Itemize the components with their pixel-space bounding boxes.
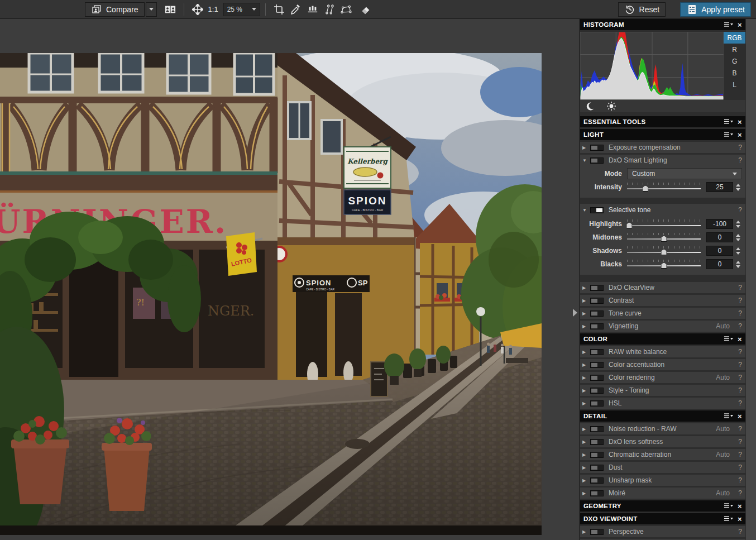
tool-row-dxo-smart-lighting[interactable]: ▼ DxO Smart Lighting ? (580, 155, 745, 166)
blacks-value[interactable]: 0 (706, 259, 733, 269)
tool-row-exposure-compensation[interactable]: ▶Exposure compensation? (580, 142, 745, 153)
histogram-header[interactable]: HISTOGRAM × (580, 19, 745, 30)
expand-arrow-icon[interactable]: ▶ (582, 285, 590, 290)
help-icon[interactable]: ? (736, 374, 742, 381)
value-spinner[interactable] (734, 221, 742, 228)
help-icon[interactable]: ? (736, 284, 742, 291)
tool-enable-toggle[interactable] (590, 465, 604, 471)
tool-row-selective-tone[interactable]: ▼ Selective tone ? (580, 204, 745, 216)
eraser-icon[interactable] (360, 4, 371, 15)
help-icon[interactable]: ? (736, 322, 742, 330)
palette-menu-icon[interactable] (724, 131, 733, 138)
expand-arrow-icon[interactable]: ▶ (582, 529, 590, 534)
compare-dropdown-button[interactable] (146, 2, 157, 17)
intensity-value[interactable]: 25 (706, 182, 733, 192)
tool-enable-toggle[interactable] (590, 452, 604, 458)
reset-button[interactable]: Reset (618, 2, 666, 17)
smart-lighting-mode-select[interactable]: Custom (627, 168, 742, 179)
light-section-header[interactable]: LIGHT × (580, 129, 745, 140)
tool-enable-toggle[interactable] (590, 157, 604, 164)
crop-icon[interactable] (274, 4, 285, 15)
pan-icon[interactable] (192, 4, 203, 15)
tool-row-contrast[interactable]: ▶Contrast? (580, 295, 745, 306)
shadows-slider[interactable] (627, 246, 701, 256)
expand-arrow-icon[interactable]: ▶ (582, 362, 590, 367)
help-icon[interactable]: ? (736, 348, 742, 356)
apply-preset-button[interactable]: Apply preset (680, 2, 751, 17)
tool-row-color-rendering[interactable]: ▶Color renderingAuto? (580, 372, 745, 383)
eyedropper-icon[interactable] (290, 4, 302, 15)
tool-enable-toggle[interactable] (590, 362, 604, 368)
tool-row-color-accentuation[interactable]: ▶Color accentuation? (580, 359, 745, 370)
palette-menu-icon[interactable] (724, 118, 733, 125)
blacks-slider[interactable] (627, 259, 701, 269)
help-icon[interactable]: ? (736, 156, 742, 164)
tool-enable-toggle[interactable] (590, 323, 604, 329)
help-icon[interactable]: ? (736, 144, 742, 151)
help-icon[interactable]: ? (736, 425, 742, 433)
expand-arrow-icon[interactable]: ▶ (582, 311, 590, 316)
expand-arrow-icon[interactable]: ▶ (582, 465, 590, 470)
palette-menu-icon[interactable] (724, 503, 733, 509)
tool-row-unsharp-mask[interactable]: ▶Unsharp mask? (580, 475, 745, 486)
value-spinner[interactable] (734, 234, 742, 241)
slider-handle[interactable] (626, 222, 632, 228)
help-icon[interactable]: ? (736, 206, 742, 214)
tool-row-moir[interactable]: ▶MoiréAuto? (580, 488, 745, 499)
close-icon[interactable]: × (738, 515, 742, 523)
help-icon[interactable]: ? (736, 528, 742, 536)
intensity-slider[interactable] (627, 182, 701, 192)
tool-enable-toggle[interactable] (590, 285, 604, 291)
color-section-header[interactable]: COLOR × (580, 333, 745, 345)
compare-button[interactable]: Compare (85, 2, 145, 17)
collapse-arrow-icon[interactable]: ▼ (582, 208, 590, 213)
sun-icon[interactable] (606, 101, 617, 112)
value-spinner[interactable] (734, 184, 742, 191)
zoom-1-1-button[interactable]: 1:1 (208, 5, 218, 13)
close-icon[interactable]: × (738, 131, 742, 138)
tool-enable-toggle[interactable] (590, 400, 604, 407)
tool-row-perspective[interactable]: ▶Perspective? (580, 526, 745, 537)
expand-arrow-icon[interactable]: ▶ (582, 388, 590, 393)
tool-row-raw-white-balance[interactable]: ▶RAW white balance? (580, 346, 745, 357)
slider-handle[interactable] (643, 185, 649, 192)
help-icon[interactable]: ? (736, 386, 742, 394)
side-by-side-icon[interactable] (165, 4, 176, 15)
tool-row-dust[interactable]: ▶Dust? (580, 462, 745, 473)
value-spinner[interactable] (734, 261, 742, 268)
expand-arrow-icon[interactable]: ▶ (582, 324, 590, 329)
viewpoint-section-header[interactable]: DXO VIEWPOINT × (580, 513, 745, 524)
tool-enable-toggle[interactable] (590, 349, 604, 355)
highlights-value[interactable]: -100 (706, 219, 733, 229)
tool-enable-toggle[interactable] (590, 310, 604, 317)
help-icon[interactable]: ? (736, 489, 742, 497)
midtones-value[interactable]: 0 (706, 232, 733, 242)
force-lines-icon[interactable] (324, 4, 335, 15)
tool-enable-toggle[interactable] (590, 375, 604, 381)
help-icon[interactable]: ? (736, 438, 742, 446)
help-icon[interactable]: ? (736, 309, 742, 317)
midtones-slider[interactable] (627, 232, 701, 242)
palette-menu-icon[interactable] (724, 413, 733, 419)
collapse-arrow-icon[interactable]: ▼ (582, 158, 590, 163)
channel-button-l[interactable]: L (724, 79, 745, 90)
expand-arrow-icon[interactable]: ▶ (582, 478, 590, 483)
tool-row-style-toning[interactable]: ▶Style - Toning? (580, 385, 745, 396)
tool-enable-toggle[interactable] (590, 426, 604, 432)
tool-enable-toggle[interactable] (590, 439, 604, 445)
moon-icon[interactable] (585, 101, 596, 112)
tool-enable-toggle[interactable] (590, 388, 604, 394)
expand-arrow-icon[interactable]: ▶ (582, 427, 590, 432)
essential-tools-header[interactable]: ESSENTIAL TOOLS × (580, 116, 745, 127)
help-icon[interactable]: ? (736, 361, 742, 369)
geometry-section-header[interactable]: GEOMETRY × (580, 500, 745, 512)
help-icon[interactable]: ? (736, 463, 742, 471)
tool-row-vignetting[interactable]: ▶VignettingAuto? (580, 321, 745, 332)
expand-arrow-icon[interactable]: ▶ (582, 439, 590, 445)
slider-handle[interactable] (661, 262, 667, 269)
detail-section-header[interactable]: DETAIL × (580, 410, 745, 422)
rectangle-tool-icon[interactable] (341, 4, 352, 15)
palette-menu-icon[interactable] (724, 515, 733, 522)
channel-button-r[interactable]: R (724, 44, 745, 55)
expand-arrow-icon[interactable]: ▶ (582, 401, 590, 406)
